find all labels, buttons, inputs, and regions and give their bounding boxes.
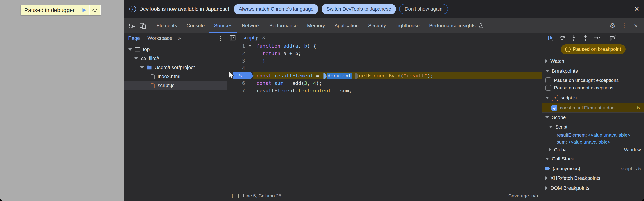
code-line-content[interactable]: function add(a, b) { <box>253 42 542 50</box>
breakpoint-file-group[interactable]: ‹› script.js <box>542 93 644 103</box>
tree-item-project-folder[interactable]: Users/user/project <box>124 63 226 72</box>
code-line[interactable]: 1function add(a, b) { <box>227 42 542 50</box>
dont-show-again-button[interactable]: Don't show again <box>399 4 448 14</box>
gutter[interactable]: 6 <box>227 80 253 87</box>
collapse-caret-icon[interactable] <box>546 116 549 118</box>
inline-breakpoint-marker[interactable] <box>323 74 326 79</box>
more-tabs-icon[interactable]: » <box>176 33 183 43</box>
tree-item-file-scheme[interactable]: file:// <box>124 54 226 63</box>
tab-elements[interactable]: Elements <box>152 18 182 33</box>
code-line-content[interactable]: const resultElement = document.getElemen… <box>253 72 542 80</box>
caught-exceptions-checkbox[interactable] <box>546 85 551 91</box>
uncaught-exceptions-checkbox[interactable] <box>546 78 551 83</box>
code-line[interactable]: 2 return a + b; <box>227 50 542 57</box>
expand-caret-icon[interactable] <box>128 48 132 51</box>
scope-variable[interactable]: resultElement: <value unavailable> <box>542 132 644 138</box>
code-line-content[interactable]: resultElement.textContent = sum; <box>253 87 542 94</box>
execution-line-badge[interactable]: 5 <box>233 72 254 79</box>
fold-arrow-icon[interactable] <box>248 45 252 47</box>
line-number[interactable]: 3 <box>227 57 247 64</box>
tab-security[interactable]: Security <box>364 18 391 33</box>
scope-global-group[interactable]: Global Window <box>542 146 644 154</box>
pause-caught-exceptions-row[interactable]: Pause on caught exceptions <box>542 84 644 93</box>
step-out-button[interactable] <box>580 34 590 42</box>
code-line[interactable]: 5const resultElement = document.getEleme… <box>227 72 542 80</box>
code-line-content[interactable]: const sum = add(3, 4); <box>253 80 542 87</box>
line-number[interactable]: 1 <box>227 42 247 50</box>
switch-to-japanese-button[interactable]: Switch DevTools to Japanese <box>322 4 396 14</box>
gutter[interactable]: 7 <box>227 87 253 94</box>
gutter[interactable]: 1 <box>227 42 253 50</box>
tab-network[interactable]: Network <box>237 18 264 33</box>
collapse-caret-icon[interactable] <box>549 148 551 152</box>
collapse-caret-icon[interactable] <box>549 126 553 128</box>
tree-item-script-js[interactable]: script.js <box>124 81 226 90</box>
tab-performance-insights[interactable]: Performance insights <box>424 18 488 33</box>
code-line[interactable]: 3 } <box>227 57 542 64</box>
device-toolbar-button[interactable] <box>138 18 148 33</box>
tab-close-icon[interactable]: × <box>262 35 265 41</box>
hide-navigator-button[interactable] <box>227 33 238 42</box>
line-number[interactable]: 7 <box>227 87 247 94</box>
tree-item-top[interactable]: top <box>124 45 226 54</box>
line-number[interactable]: 2 <box>227 50 247 57</box>
breakpoint-entry[interactable]: const resultElement = doc⋯ 5 <box>542 103 644 112</box>
collapse-caret-icon[interactable] <box>546 70 549 72</box>
tab-workspace[interactable]: Workspace <box>144 33 176 43</box>
step-over-button[interactable] <box>557 34 567 42</box>
inline-breakpoint-marker[interactable] <box>355 74 358 79</box>
collapse-caret-icon[interactable] <box>546 176 548 180</box>
tab-application[interactable]: Application <box>330 18 364 33</box>
section-call-stack[interactable]: Call Stack <box>542 154 644 164</box>
tab-page[interactable]: Page <box>124 33 144 43</box>
inspect-element-button[interactable] <box>127 18 138 33</box>
settings-gear-icon[interactable]: ⚙ <box>607 18 618 33</box>
collapse-caret-icon[interactable] <box>546 97 549 99</box>
devtools-close-icon[interactable]: × <box>630 18 642 33</box>
code-line-content[interactable]: return a + b; <box>253 50 542 57</box>
expand-caret-icon[interactable] <box>140 66 144 69</box>
code-line[interactable]: 6const sum = add(3, 4); <box>227 80 542 87</box>
navigator-menu-kebab-icon[interactable]: ⋮ <box>214 33 226 43</box>
line-number[interactable]: 6 <box>227 80 247 87</box>
deactivate-breakpoints-button[interactable] <box>608 34 618 42</box>
section-dom-breakpoints[interactable]: DOM Breakpoints <box>542 183 644 193</box>
scope-variable[interactable]: sum: <value unavailable> <box>542 138 644 146</box>
step-over-button[interactable] <box>90 6 100 15</box>
gutter[interactable]: 3 <box>227 57 253 64</box>
collapse-caret-icon[interactable] <box>546 60 548 63</box>
code-line[interactable]: 7resultElement.textContent = sum; <box>227 87 542 94</box>
frame-name: (anonymous) <box>553 166 580 171</box>
scope-script-group[interactable]: Script <box>542 122 644 132</box>
tab-console[interactable]: Console <box>182 18 210 33</box>
code-line-content[interactable]: } <box>253 57 542 64</box>
expand-caret-icon[interactable] <box>134 58 138 60</box>
tab-memory[interactable]: Memory <box>302 18 330 33</box>
editor-tab-script-js[interactable]: script.js × <box>238 33 269 42</box>
tab-performance[interactable]: Performance <box>264 18 302 33</box>
tree-item-index-html[interactable]: index.html <box>124 72 226 81</box>
resume-script-button[interactable] <box>78 6 89 15</box>
code-line[interactable]: 4 <box>227 64 542 72</box>
call-stack-frame[interactable]: (anonymous) script.js:5 <box>542 164 644 173</box>
collapse-caret-icon[interactable] <box>546 158 549 160</box>
tab-lighthouse[interactable]: Lighthouse <box>391 18 424 33</box>
step-into-button[interactable] <box>569 34 579 42</box>
more-options-kebab-icon[interactable]: ⋮ <box>618 18 630 33</box>
collapse-caret-icon[interactable] <box>546 186 548 190</box>
resume-script-button[interactable] <box>546 34 555 42</box>
gutter[interactable]: 2 <box>227 50 253 57</box>
infobar-close-icon[interactable]: × <box>634 5 639 13</box>
section-xhr-breakpoints[interactable]: XHR/fetch Breakpoints <box>542 173 644 183</box>
step-button[interactable] <box>592 34 602 42</box>
pretty-print-icon[interactable]: { } <box>231 193 240 198</box>
tab-sources[interactable]: Sources <box>209 18 237 33</box>
breakpoint-checkbox[interactable] <box>551 105 557 111</box>
pause-uncaught-exceptions-row[interactable]: Pause on uncaught exceptions <box>542 76 644 84</box>
section-breakpoints[interactable]: Breakpoints <box>542 66 644 76</box>
code-line-content[interactable] <box>253 64 542 72</box>
section-watch[interactable]: Watch <box>542 56 644 66</box>
section-scope[interactable]: Scope <box>542 112 644 122</box>
code-editor[interactable]: 1function add(a, b) {2 return a + b;3 }4… <box>227 42 542 190</box>
always-match-language-button[interactable]: Always match Chrome's language <box>234 4 318 14</box>
